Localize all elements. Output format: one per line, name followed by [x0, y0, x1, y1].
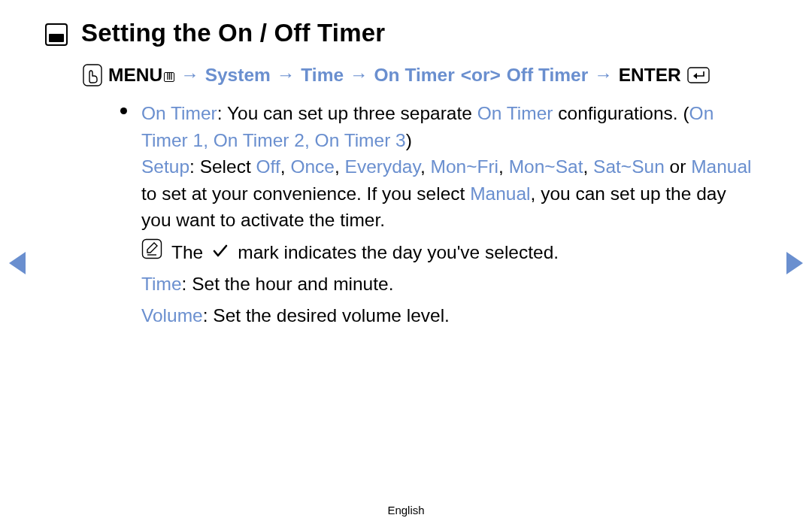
time-label: Time — [141, 274, 182, 294]
path-on-timer: On Timer — [374, 65, 455, 86]
menu-roman-icon: Ⅲ — [164, 72, 174, 82]
prev-page-button[interactable] — [9, 252, 26, 274]
note-pre: The — [171, 239, 203, 266]
svg-rect-2 — [143, 239, 162, 258]
title-row: Setting the On / Off Timer — [45, 19, 767, 47]
section-icon — [45, 23, 68, 46]
time-line: Time: Set the hour and minute. — [141, 271, 759, 298]
arrow-icon: → — [594, 65, 613, 86]
sep: , — [583, 156, 593, 177]
arrow-icon: → — [277, 65, 295, 86]
comma: , — [304, 130, 315, 150]
svg-rect-1 — [688, 68, 709, 83]
or-word: or — [665, 156, 691, 177]
opt-off: Off — [256, 156, 280, 177]
opt-monsat: Mon~Sat — [509, 156, 583, 177]
text: : You can set up three separate — [217, 103, 477, 123]
enter-icon — [687, 67, 710, 83]
on-timer-word: On Timer — [477, 103, 553, 123]
opt-monfri: Mon~Fri — [431, 156, 499, 177]
opt-once: Once — [290, 156, 335, 177]
volume-tail: : Set the desired volume level. — [203, 305, 450, 326]
menu-text: MENU — [108, 65, 162, 85]
opt-manual-2: Manual — [470, 183, 530, 204]
volume-line: Volume: Set the desired volume level. — [141, 302, 759, 329]
on-timer-label: On Timer — [141, 103, 217, 123]
page: Setting the On / Off Timer MENUⅢ → Syste… — [0, 0, 812, 530]
next-page-button[interactable] — [786, 252, 803, 274]
time-tail: : Set the hour and minute. — [182, 274, 394, 294]
on-timer-paragraph: On Timer: You can set up three separate … — [120, 100, 759, 234]
on-timer-2: On Timer 2 — [214, 130, 304, 150]
text: : Select — [189, 156, 256, 177]
bullet-icon — [120, 108, 127, 114]
opt-everyday: Everyday — [345, 156, 420, 177]
sep: , — [498, 156, 509, 177]
text: to set at your convenience. If you selec… — [141, 183, 470, 204]
hand-icon — [83, 64, 102, 86]
note-icon — [141, 238, 162, 267]
on-timer-3: On Timer 3 — [315, 130, 406, 150]
sep: , — [420, 156, 431, 177]
path-system: System — [205, 65, 271, 86]
path-time: Time — [301, 65, 344, 86]
opt-manual: Manual — [691, 156, 751, 177]
arrow-icon: → — [180, 65, 199, 86]
volume-label: Volume — [141, 305, 203, 326]
note-post: mark indicates the day you've selected. — [238, 239, 559, 266]
opt-satsun: Sat~Sun — [593, 156, 665, 177]
check-icon — [212, 239, 229, 266]
arrow-icon: → — [350, 65, 368, 86]
menu-label: MENUⅢ — [108, 65, 174, 86]
path-off-timer: Off Timer — [507, 65, 588, 86]
sep: , — [280, 156, 291, 177]
footer-language: English — [0, 504, 812, 516]
page-title: Setting the On / Off Timer — [81, 19, 385, 47]
menu-path: MENUⅢ → System → Time → On Timer <or> Of… — [83, 64, 767, 86]
text: configurations. ( — [553, 103, 689, 123]
sep: , — [335, 156, 345, 177]
note-row: The mark indicates the day you've select… — [141, 238, 759, 267]
enter-label: ENTER — [619, 65, 681, 86]
setup-label: Setup — [141, 156, 189, 177]
close-paren: ) — [406, 130, 412, 150]
path-or: <or> — [461, 65, 501, 86]
body-block: On Timer: You can set up three separate … — [120, 100, 759, 329]
comma: , — [203, 130, 214, 150]
